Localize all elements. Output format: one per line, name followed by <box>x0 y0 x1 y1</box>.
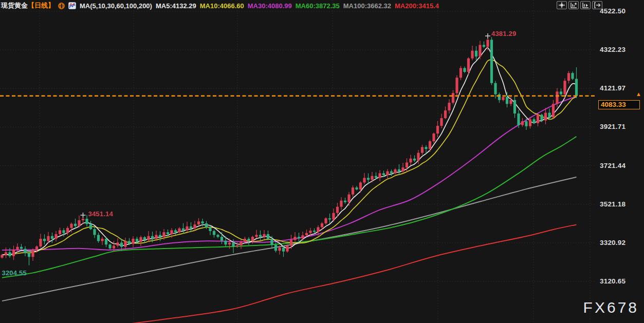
arrow-exit-right-icon <box>594 2 601 8</box>
ma-line-MA200 <box>118 224 577 323</box>
chart-toolbar <box>557 1 602 9</box>
ma-line-MA10 <box>2 60 577 255</box>
candles <box>1 37 578 265</box>
high-annotation: 4381.29 <box>491 30 516 37</box>
ma-settings-label[interactable]: MA(5,10,30,60,100,200) <box>80 2 152 10</box>
crosshair-icon <box>558 2 565 8</box>
ma-line-MA100 <box>2 177 577 301</box>
chart-header: 现货黄金【日线】 MA(5,10,30,60,100,200) MA5:4132… <box>1 1 439 11</box>
ma30-value: MA30:4080.99 <box>248 2 292 10</box>
candlestick-chart[interactable] <box>0 0 644 323</box>
jump-to-latest-button[interactable] <box>592 1 602 9</box>
ma-line-MA60 <box>2 137 577 278</box>
axis-tick-label: 4322.23 <box>600 46 625 53</box>
axis-tick-label: 3521.18 <box>600 200 625 208</box>
axis-tick-label: 4121.97 <box>600 84 625 92</box>
ma-lines <box>2 48 577 323</box>
swing-high-annotation: 3451.14 <box>88 210 113 218</box>
grid-lines <box>0 0 596 323</box>
ma10-value: MA10:4066.60 <box>200 2 244 10</box>
trading-chart-app: { "header": { "title": "现货黄金", "period":… <box>0 0 644 323</box>
price-up-arrow-icon: ▲ <box>636 91 641 97</box>
target-circle-icon[interactable] <box>58 3 65 9</box>
auto-scroll-button[interactable] <box>580 1 591 9</box>
ma200-value: MA200:3415.4 <box>395 2 439 10</box>
axis-tick-label: 4522.50 <box>600 7 625 15</box>
play-bars-icon <box>582 2 589 8</box>
current-price-tag: 4083.33 <box>598 100 640 109</box>
axis-zoom-in-icon <box>570 2 577 8</box>
extreme-markers <box>81 33 491 218</box>
axis-tick-label: 3120.65 <box>600 277 625 285</box>
symbol-title: 现货黄金【日线】 <box>1 1 54 10</box>
ma-line-MA5 <box>2 48 577 255</box>
fx678-watermark: FX678 <box>583 299 639 316</box>
zoom-in-scale-button[interactable] <box>568 1 579 9</box>
timeframe-label: 【日线】 <box>28 2 54 9</box>
ma5-value: MA5:4132.29 <box>156 2 196 10</box>
axis-tick-label: 3320.92 <box>600 239 625 246</box>
axis-tick-label: 3721.44 <box>600 162 625 169</box>
ma100-value: MA100:3662.32 <box>343 2 391 10</box>
chart-logo-icon[interactable] <box>68 2 76 9</box>
pan-crosshair-button[interactable] <box>557 1 567 9</box>
axis-tick-label: 3921.71 <box>600 123 625 130</box>
low-annotation: 3204.55 <box>2 269 27 277</box>
ma60-value: MA60:3872.35 <box>296 2 340 10</box>
symbol-name: 现货黄金 <box>1 2 28 9</box>
